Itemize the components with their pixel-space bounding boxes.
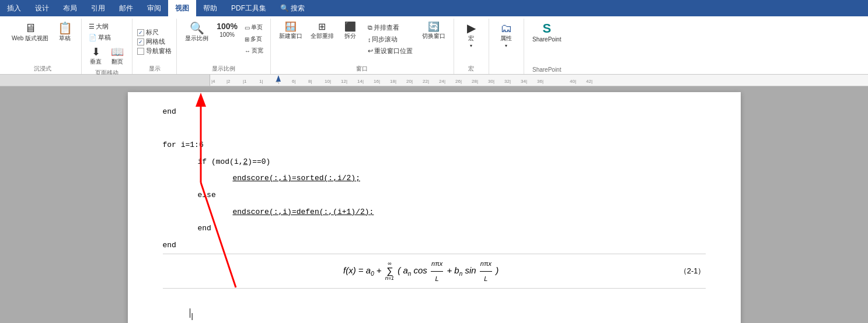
arrange-icon: ⊞ bbox=[318, 22, 326, 31]
svg-text:14|: 14| bbox=[357, 79, 364, 84]
draft-button[interactable]: 📋 草稿 bbox=[53, 21, 76, 43]
group-label-macro: 宏 bbox=[468, 65, 474, 74]
sharepoint-button[interactable]: S SharePoint bbox=[529, 21, 564, 44]
svg-text:8|: 8| bbox=[308, 79, 312, 84]
switch-icon: 🔄 bbox=[428, 22, 440, 31]
svg-text:34|: 34| bbox=[521, 79, 527, 84]
new-window-icon: 🪟 bbox=[285, 22, 297, 31]
svg-text:28|: 28| bbox=[472, 79, 478, 84]
formula-line: f(x) = a0 + ∞ ∑ n=1 ( an cos nπx L + bn … bbox=[163, 254, 706, 287]
flip-button[interactable]: 📖 翻页 bbox=[107, 45, 127, 66]
group-label-zoom: 显示比例 bbox=[212, 65, 235, 74]
ribbon-tabs: 插入 设计 布局 引用 邮件 审阅 视图 帮助 PDF工具集 🔍 搜索 bbox=[0, 0, 868, 16]
tab-search[interactable]: 🔍 搜索 bbox=[273, 0, 312, 16]
switch-window-button[interactable]: 🔄 切换窗口 bbox=[419, 21, 449, 41]
tab-insert[interactable]: 插入 bbox=[0, 0, 28, 16]
zoom-icon: 🔍 bbox=[190, 22, 204, 34]
group-label-immersive: 沉浸式 bbox=[34, 65, 51, 74]
views-items: ☰ 大纲 📄 草稿 ⬇ 垂直 📖 翻页 bbox=[86, 19, 127, 69]
svg-text:26|: 26| bbox=[455, 79, 462, 84]
zoom-button[interactable]: 🔍 显示比例 bbox=[182, 21, 212, 43]
macro-items: ▶ 宏 ▾ bbox=[459, 19, 483, 65]
page-width-icon: ↔ bbox=[245, 48, 250, 54]
arrange-all-button[interactable]: ⊞ 全部重排 bbox=[307, 21, 337, 41]
macro-button[interactable]: ▶ 宏 ▾ bbox=[459, 21, 483, 50]
underline-2: 2 bbox=[243, 157, 248, 166]
tab-help[interactable]: 帮助 bbox=[196, 0, 224, 16]
ruler: |4 |2 |1 1| 4| 6| 8| 10| 12| 14| 16| 18|… bbox=[0, 75, 868, 86]
checkbox-nav[interactable]: 导航窗格 bbox=[137, 47, 172, 55]
group-label-sharepoint: SharePoint bbox=[532, 66, 561, 74]
vertical-button[interactable]: ⬇ 垂直 bbox=[86, 45, 105, 66]
tab-reference[interactable]: 引用 bbox=[84, 0, 112, 16]
sharepoint-items: S SharePoint bbox=[529, 19, 564, 66]
properties-arrow: ▾ bbox=[505, 43, 507, 48]
show-items: ✓ 标尺 ✓ 网格线 导航窗格 bbox=[137, 19, 172, 65]
macro-icon: ▶ bbox=[467, 22, 476, 34]
code-for: for i=1:6 bbox=[163, 137, 706, 154]
group-show: ✓ 标尺 ✓ 网格线 导航窗格 显示 bbox=[133, 19, 177, 74]
draft-small-button[interactable]: 📄 草稿 bbox=[86, 32, 113, 43]
cursor-line[interactable]: | bbox=[163, 289, 706, 306]
single-page-icon: ▭ bbox=[245, 24, 250, 31]
svg-text:36|: 36| bbox=[537, 79, 543, 84]
svg-text:40|: 40| bbox=[570, 79, 576, 84]
split-button[interactable]: ⬛ 拆分 bbox=[339, 21, 362, 41]
ruler-checkbox: ✓ bbox=[137, 29, 144, 36]
ruler-svg: |4 |2 |1 1| 4| 6| 8| 10| 12| 14| 16| 18|… bbox=[210, 75, 868, 86]
immersive-items: 🖥 Web 版式视图 📋 草稿 bbox=[8, 19, 76, 65]
group-label-window: 窗口 bbox=[356, 65, 368, 74]
tab-layout[interactable]: 布局 bbox=[56, 0, 84, 16]
svg-text:|1: |1 bbox=[243, 79, 247, 84]
group-properties: 🗂 属性 ▾ x bbox=[489, 19, 524, 74]
tab-view[interactable]: 视图 bbox=[168, 0, 196, 16]
ribbon-body: 🖥 Web 版式视图 📋 草稿 沉浸式 ☰ 大纲 📄 草稿 bbox=[0, 16, 868, 75]
group-immersive: 🖥 Web 版式视图 📋 草稿 沉浸式 bbox=[4, 19, 82, 74]
code-end-inner: end bbox=[163, 220, 706, 237]
sync-scroll-button[interactable]: ↕ 同步滚动 bbox=[365, 34, 415, 45]
zoom-100-icon: 100% bbox=[217, 22, 238, 30]
new-window-button[interactable]: 🪟 新建窗口 bbox=[276, 21, 306, 41]
svg-text:1|: 1| bbox=[259, 79, 263, 84]
code-end-loop: end bbox=[163, 237, 706, 254]
zoom-100-button[interactable]: 100% 100% bbox=[213, 21, 241, 40]
text-cursor: | bbox=[190, 308, 190, 318]
web-view-button[interactable]: 🖥 Web 版式视图 bbox=[8, 21, 52, 43]
formula-content: f(x) = a0 + ∞ ∑ n=1 ( an cos nπx L + bn … bbox=[163, 257, 679, 285]
reset-window-button[interactable]: ↩ 重设窗口位置 bbox=[365, 45, 415, 57]
svg-text:10|: 10| bbox=[325, 79, 331, 84]
tab-review[interactable]: 审阅 bbox=[140, 0, 168, 16]
zoom-items: 🔍 显示比例 100% 100% ▭ 单页 ⊞ 多页 bbox=[182, 19, 266, 65]
properties-items: 🗂 属性 ▾ bbox=[494, 19, 518, 66]
formula-number: （2-1） bbox=[679, 263, 706, 280]
checkbox-gridlines[interactable]: ✓ 网格线 bbox=[137, 37, 172, 46]
code-else: else bbox=[163, 187, 706, 204]
group-sharepoint: S SharePoint SharePoint bbox=[524, 19, 569, 74]
side-by-side-button[interactable]: ⧉ 并排查看 bbox=[365, 22, 415, 33]
tab-pdf[interactable]: PDF工具集 bbox=[224, 0, 273, 16]
svg-text:32|: 32| bbox=[504, 79, 511, 84]
code-endscore2: endscore(:,i)=defen(:,(i+1)/2); bbox=[163, 204, 706, 221]
svg-text:24|: 24| bbox=[439, 79, 445, 84]
page-width-button[interactable]: ↔ 页宽 bbox=[242, 45, 266, 56]
tab-design[interactable]: 设计 bbox=[28, 0, 56, 16]
multi-page-button[interactable]: ⊞ 多页 bbox=[242, 34, 266, 44]
code-end-outer: end bbox=[163, 104, 706, 121]
formula-fx: f bbox=[343, 265, 346, 275]
svg-text:12|: 12| bbox=[341, 79, 347, 84]
nav-checkbox bbox=[137, 48, 144, 55]
window-items: 🪟 新建窗口 ⊞ 全部重排 ⬛ 拆分 ⧉ 并排查看 bbox=[276, 19, 449, 65]
properties-button[interactable]: 🗂 属性 ▾ bbox=[494, 21, 518, 50]
side-by-side-icon: ⧉ bbox=[368, 24, 372, 31]
web-icon: 🖥 bbox=[25, 22, 36, 34]
tab-mail[interactable]: 邮件 bbox=[112, 0, 140, 16]
svg-text:16|: 16| bbox=[374, 79, 380, 84]
svg-text:22|: 22| bbox=[423, 79, 429, 84]
svg-text:6|: 6| bbox=[292, 79, 296, 84]
outline-button[interactable]: ☰ 大纲 bbox=[86, 21, 111, 32]
checkbox-ruler[interactable]: ✓ 标尺 bbox=[137, 28, 172, 37]
svg-text:|2: |2 bbox=[226, 79, 231, 84]
single-page-button[interactable]: ▭ 单页 bbox=[242, 22, 266, 33]
formula-bn: bn bbox=[454, 265, 462, 275]
formula-frac1: nπx L bbox=[431, 257, 443, 285]
